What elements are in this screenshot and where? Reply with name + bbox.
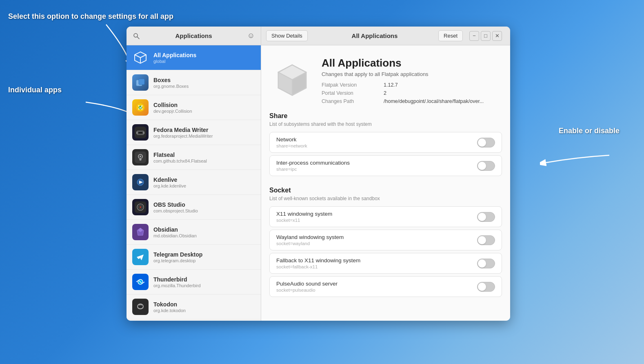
svg-line-4	[137, 37, 139, 39]
reset-button[interactable]: Reset	[438, 30, 463, 41]
telegram-info: Telegram Desktop org.telegram.desktop	[153, 251, 255, 263]
fedora-icon	[132, 124, 149, 141]
socket-section-title: Socket	[269, 187, 502, 194]
fallback-x11-id: socket=fallback-x11	[276, 264, 360, 269]
wayland-name: Wayland windowing system	[276, 234, 344, 240]
maximize-button[interactable]: □	[481, 31, 491, 41]
sidebar-item-kdenlive[interactable]: Kdenlive org.kde.kdenlive	[127, 170, 261, 195]
x11-id: socket=x11	[276, 218, 332, 223]
search-icon[interactable]	[130, 29, 143, 42]
emoji-button[interactable]: ☺	[244, 29, 258, 42]
network-id: share=network	[276, 143, 307, 148]
flatpak-version-label: Flatpak Version	[322, 82, 379, 88]
svg-rect-37	[135, 301, 146, 313]
obs-info: OBS Studio com.obsproject.Studio	[153, 201, 255, 213]
obsidian-id: md.obsidian.Obsidian	[153, 233, 255, 238]
kdenlive-id: org.kde.kdenlive	[153, 183, 255, 188]
tokodon-info: Tokodon org.kde.tokodon	[153, 301, 255, 313]
ipc-setting-row: Inter-process communications share=ipc	[269, 155, 502, 176]
annotation-mid: Individual apps	[8, 86, 62, 94]
fallback-x11-setting-row: Fallback to X11 windowing system socket=…	[269, 253, 502, 274]
titlebar: Applications ☺ Show Details All Applicat…	[127, 27, 510, 45]
sidebar-item-obs[interactable]: OBS Studio com.obsproject.Studio	[127, 195, 261, 220]
svg-rect-18	[138, 132, 142, 134]
fallback-x11-name: Fallback to X11 windowing system	[276, 257, 360, 264]
window-controls: − □ ✕	[466, 31, 505, 41]
section-title: All Applications	[311, 32, 438, 39]
svg-rect-17	[143, 132, 144, 134]
all-applications-info: All Applications global	[153, 52, 255, 64]
svg-rect-11	[139, 79, 144, 85]
all-applications-id: global	[153, 59, 255, 64]
titlebar-right: Show Details All Applications Reset − □ …	[261, 27, 510, 45]
app-meta: Flatpak Version 1.12.7 Portal Version 2 …	[322, 82, 484, 104]
boxes-name: Boxes	[153, 77, 255, 83]
telegram-id: org.telegram.desktop	[153, 258, 255, 263]
thunderbird-name: Thunderbird	[153, 276, 255, 283]
thunderbird-id: org.mozilla.Thunderbird	[153, 283, 255, 288]
x11-setting-row: X11 windowing system socket=x11	[269, 206, 502, 227]
sidebar-item-collision[interactable]: Collision dev.geopjr.Collision	[127, 95, 261, 120]
kdenlive-info: Kdenlive org.kde.kdenlive	[153, 176, 255, 188]
pulseaudio-toggle[interactable]	[477, 282, 495, 292]
thunderbird-icon	[132, 274, 149, 290]
sidebar: All Applications global Boxes org.gnome.…	[127, 45, 261, 321]
main-window: Applications ☺ Show Details All Applicat…	[127, 27, 510, 321]
sidebar-item-fedora[interactable]: Fedora Media Writer org.fedoraproject.Me…	[127, 120, 261, 145]
wayland-setting-row: Wayland windowing system socket=wayland	[269, 230, 502, 250]
close-button[interactable]: ✕	[492, 31, 502, 41]
portal-version-label: Portal Version	[322, 90, 379, 96]
telegram-icon	[132, 249, 149, 265]
changes-path-label: Changes Path	[322, 98, 379, 104]
ipc-id: share=ipc	[276, 167, 350, 172]
socket-section: Socket List of well-known sockets availa…	[261, 187, 510, 308]
ipc-name: Inter-process communications	[276, 160, 350, 166]
tokodon-id: org.kde.tokodon	[153, 308, 255, 313]
flatseal-info: Flatseal com.github.tchx84.Flatseal	[153, 152, 255, 163]
ipc-toggle[interactable]	[477, 161, 495, 171]
sidebar-item-telegram[interactable]: Telegram Desktop org.telegram.desktop	[127, 245, 261, 270]
socket-section-desc: List of well-known sockets available in …	[269, 196, 502, 201]
sidebar-item-thunderbird[interactable]: Thunderbird org.mozilla.Thunderbird	[127, 270, 261, 295]
collision-name: Collision	[153, 102, 255, 108]
sidebar-item-all-applications[interactable]: All Applications global	[127, 45, 261, 70]
pulseaudio-setting-row: PulseAudio sound server socket=pulseaudi…	[269, 276, 502, 297]
svg-point-30	[140, 206, 141, 208]
flatpak-version-value: 1.12.7	[384, 82, 484, 88]
collision-icon	[132, 99, 149, 116]
fedora-name: Fedora Media Writer	[153, 127, 255, 133]
sidebar-item-tokodon[interactable]: Tokodon org.kde.tokodon	[127, 295, 261, 319]
all-applications-name: All Applications	[153, 52, 255, 58]
minimize-button[interactable]: −	[469, 31, 479, 41]
pulseaudio-info: PulseAudio sound server socket=pulseaudi…	[276, 281, 338, 293]
fedora-id: org.fedoraproject.MediaWriter	[153, 134, 255, 138]
flatseal-icon	[132, 149, 149, 165]
flatseal-name: Flatseal	[153, 152, 255, 158]
fedora-info: Fedora Media Writer org.fedoraproject.Me…	[153, 127, 255, 138]
x11-info: X11 windowing system socket=x11	[276, 211, 332, 223]
sidebar-item-obsidian[interactable]: Obsidian md.obsidian.Obsidian	[127, 220, 261, 245]
x11-toggle[interactable]	[477, 212, 495, 222]
wayland-id: socket=wayland	[276, 241, 344, 246]
all-applications-icon	[132, 49, 149, 66]
boxes-icon	[132, 74, 149, 91]
portal-version-value: 2	[384, 90, 484, 96]
fallback-x11-info: Fallback to X11 windowing system socket=…	[276, 257, 360, 269]
fallback-x11-toggle[interactable]	[477, 259, 495, 268]
thunderbird-info: Thunderbird org.mozilla.Thunderbird	[153, 276, 255, 288]
boxes-id: org.gnome.Boxes	[153, 84, 255, 89]
ipc-info: Inter-process communications share=ipc	[276, 160, 350, 172]
show-details-button[interactable]: Show Details	[266, 30, 308, 41]
changes-path-value: /home/debugpoint/.local/share/flatpak/ov…	[384, 98, 484, 104]
sidebar-item-flatseal[interactable]: Flatseal com.github.tchx84.Flatseal	[127, 145, 261, 170]
sidebar-item-boxes[interactable]: Boxes org.gnome.Boxes	[127, 70, 261, 95]
telegram-name: Telegram Desktop	[153, 251, 255, 258]
detail-panel: All Applications Changes that apply to a…	[261, 45, 510, 321]
wayland-info: Wayland windowing system socket=wayland	[276, 234, 344, 246]
network-toggle[interactable]	[477, 138, 495, 147]
content-area: All Applications global Boxes org.gnome.…	[127, 45, 510, 321]
x11-name: X11 windowing system	[276, 211, 332, 217]
svg-point-21	[140, 156, 141, 157]
wayland-toggle[interactable]	[477, 235, 495, 245]
tokodon-name: Tokodon	[153, 301, 255, 308]
